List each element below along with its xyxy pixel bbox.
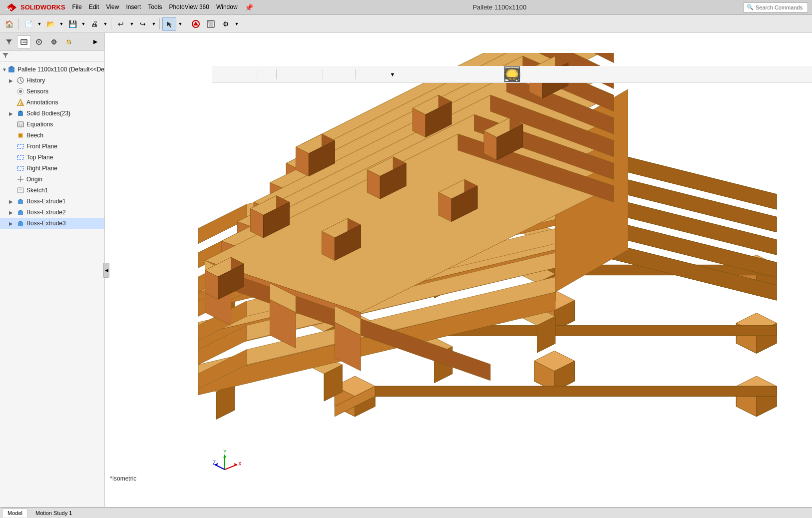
tab-motion-study[interactable]: Motion Study 1: [30, 509, 77, 518]
menu-view[interactable]: View: [103, 2, 122, 12]
menu-photoview[interactable]: PhotoView 360: [166, 2, 212, 12]
sidebar-collapse-handle[interactable]: ◀: [103, 263, 109, 278]
svg-line-27: [20, 80, 22, 82]
search-box[interactable]: 🔍 Search Commands: [743, 2, 808, 12]
options-dropdown[interactable]: ▼: [234, 17, 240, 31]
equations-label: Equations: [26, 121, 53, 128]
print-btn[interactable]: 🖨: [87, 17, 101, 31]
redo-dropdown[interactable]: ▼: [151, 17, 157, 31]
main-toolbar: 🏠 📄 ▼ 📂 ▼ 💾 ▼ 🖨 ▼ ↩ ▼ ↪ ▼ ▼ ⚙ ▼: [0, 15, 812, 33]
open-btn[interactable]: 📂: [43, 17, 57, 31]
tree-annotations[interactable]: A Annotations: [0, 97, 104, 108]
save-dropdown[interactable]: ▼: [80, 17, 86, 31]
search-label: Search Commands: [756, 4, 803, 10]
sensors-label: Sensors: [26, 88, 48, 95]
tab-palette[interactable]: [62, 35, 76, 48]
solidworks-logo: SW SOLIDWORKS: [4, 2, 65, 12]
titlebar-right: 🔍 Search Commands: [743, 2, 808, 12]
svg-rect-9: [21, 39, 27, 44]
svg-text:X: X: [238, 461, 242, 467]
menu-window[interactable]: Window: [213, 2, 241, 12]
feature-tree-btn[interactable]: [204, 17, 218, 31]
svg-text:Y: Y: [223, 450, 227, 455]
open-dropdown[interactable]: ▼: [58, 17, 64, 31]
boss-extrude1-icon: [16, 197, 25, 206]
tree-boss-extrude1[interactable]: ▶ Boss-Extrude1: [0, 196, 104, 207]
tree-equations[interactable]: f(x) Equations: [0, 119, 104, 130]
menu-insert[interactable]: Insert: [123, 2, 144, 12]
solid-bodies-label: Solid Bodies(23): [26, 110, 70, 117]
svg-point-14: [38, 39, 39, 40]
select-dropdown[interactable]: ▼: [177, 17, 183, 31]
annotations-label: Annotations: [26, 99, 58, 106]
undo-btn[interactable]: ↩: [114, 17, 128, 31]
tab-filter[interactable]: [2, 35, 16, 48]
tab-crosshair[interactable]: [47, 35, 61, 48]
save-btn[interactable]: 💾: [65, 17, 79, 31]
menu-edit[interactable]: Edit: [86, 2, 102, 12]
svg-text:f(x): f(x): [18, 123, 23, 127]
new-dropdown[interactable]: ▼: [36, 17, 42, 31]
svg-rect-32: [18, 112, 23, 116]
menu-tools[interactable]: Tools: [145, 2, 165, 12]
view-name: *Isometric: [110, 475, 136, 482]
top-plane-icon: [16, 153, 25, 162]
svg-marker-24: [8, 66, 14, 67]
tab-feature-manager[interactable]: [17, 35, 31, 48]
print-dropdown[interactable]: ▼: [102, 17, 108, 31]
solid-bodies-expand: ▶: [9, 111, 16, 116]
tree-history[interactable]: ▶ History: [0, 75, 104, 86]
titlebar-left: SW SOLIDWORKS File Edit View Insert Tool…: [4, 2, 256, 12]
svg-point-19: [67, 40, 68, 41]
tree-top-plane[interactable]: Top Plane: [0, 152, 104, 163]
equations-icon: f(x): [16, 120, 25, 129]
tab-property[interactable]: [32, 35, 46, 48]
tree-sketch1[interactable]: Sketch1: [0, 185, 104, 196]
rebuild-btn[interactable]: [189, 17, 203, 31]
svg-point-22: [67, 42, 68, 43]
svg-point-28: [19, 90, 22, 93]
tab-model[interactable]: Model: [2, 509, 28, 518]
tree-root[interactable]: ▼ Pallete 1100x1100 (Default<<Default>_D: [0, 64, 104, 75]
viewport[interactable]: ▼ .pt { fill: #e5a85a; stroke: #8b6020; …: [105, 33, 812, 507]
tree-front-plane[interactable]: Front Plane: [0, 141, 104, 152]
tree-beech[interactable]: Beech: [0, 130, 104, 141]
menu-pin[interactable]: 📌: [242, 2, 256, 12]
right-plane-icon: [16, 164, 25, 173]
svg-rect-23: [8, 67, 14, 72]
boss-extrude1-expand: ▶: [9, 199, 16, 204]
redo-btn[interactable]: ↪: [136, 17, 150, 31]
select-btn[interactable]: [162, 17, 176, 31]
menu-file[interactable]: File: [69, 2, 85, 12]
svg-marker-46: [18, 199, 23, 200]
options-btn[interactable]: ⚙: [219, 17, 233, 31]
undo-dropdown[interactable]: ▼: [129, 17, 135, 31]
origin-icon: [16, 175, 25, 184]
search-icon: 🔍: [747, 4, 754, 10]
home-btn[interactable]: 🏠: [2, 17, 16, 31]
sketch1-icon: [16, 186, 25, 195]
menu-bar: File Edit View Insert Tools PhotoView 36…: [69, 2, 256, 12]
bottom-tabs: Model Motion Study 1: [0, 508, 812, 518]
tree-solid-bodies[interactable]: ▶ Solid Bodies(23): [0, 108, 104, 119]
tree-sensors[interactable]: Sensors: [0, 86, 104, 97]
display-btn[interactable]: [372, 68, 385, 81]
svg-rect-71: [506, 69, 519, 78]
top-plane-label: Top Plane: [26, 154, 53, 161]
svg-text:SW: SW: [6, 6, 12, 11]
tree-boss-extrude3[interactable]: ▶ Boss-Extrude3: [0, 218, 104, 229]
root-label: Pallete 1100x1100 (Default<<Default>_D: [17, 66, 104, 73]
svg-marker-202: [361, 319, 490, 380]
sidebar: ▶ ▼ Pallete 1100x1100 (Default<<Default>…: [0, 33, 105, 507]
filter-row: [0, 51, 104, 62]
titlebar: SW SOLIDWORKS File Edit View Insert Tool…: [0, 0, 812, 15]
tree-boss-extrude2[interactable]: ▶ Boss-Extrude2: [0, 207, 104, 218]
tab-more[interactable]: ▶: [88, 35, 102, 48]
new-btn[interactable]: 📄: [21, 17, 35, 31]
filter-icon: [2, 52, 9, 60]
svg-point-18: [66, 39, 71, 44]
viewport-label: *Isometric: [110, 475, 136, 482]
tree-origin[interactable]: Origin: [0, 174, 104, 185]
sketch1-label: Sketch1: [26, 187, 48, 194]
tree-right-plane[interactable]: Right Plane: [0, 163, 104, 174]
